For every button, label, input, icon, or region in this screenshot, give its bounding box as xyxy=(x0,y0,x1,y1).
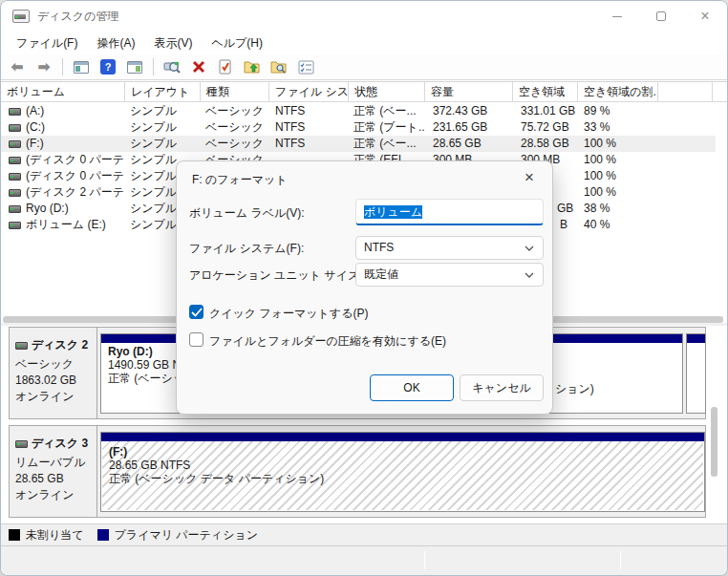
toolbar-separator xyxy=(62,58,63,75)
ok-button[interactable]: OK xyxy=(370,374,454,401)
file-system-dropdown[interactable]: NTFS xyxy=(355,236,544,260)
maximize-icon xyxy=(656,11,666,21)
column-header-capacity[interactable]: 容量 xyxy=(425,82,513,102)
primary-partition-bar xyxy=(687,334,705,343)
disk2-status: オンライン xyxy=(15,389,91,405)
status-bar-divider xyxy=(620,551,621,569)
disk-icon xyxy=(15,342,28,350)
quick-format-checkbox[interactable] xyxy=(189,305,203,319)
dialog-title: F: のフォーマット xyxy=(192,172,288,188)
unallocated-color-swatch xyxy=(9,529,20,541)
table-row-f-selected[interactable]: (F:) シンプル ベーシック NTFS 正常 (ベー... 28.65 GB … xyxy=(1,136,716,152)
show-action-pane-button[interactable] xyxy=(124,56,145,77)
disk3-info-panel[interactable]: ディスク 3 リムーバブル 28.65 GB オンライン xyxy=(10,426,97,517)
back-arrow-icon: ⬅ xyxy=(11,58,24,75)
status-bar xyxy=(1,545,727,575)
volume-label-label: ボリューム ラベル(V): xyxy=(189,205,305,222)
primary-partition-color-swatch xyxy=(97,529,109,541)
mark-active-button[interactable] xyxy=(215,56,236,77)
drive-icon xyxy=(9,124,21,132)
allocation-unit-dropdown[interactable]: 既定値 xyxy=(355,263,544,287)
close-button[interactable]: × xyxy=(683,1,727,32)
menu-action[interactable]: 操作(A) xyxy=(87,32,144,54)
disk3-size: 28.65 GB xyxy=(15,471,91,487)
chevron-down-icon xyxy=(525,245,534,251)
partition-title: (F:) xyxy=(109,445,324,459)
dialog-close-button[interactable]: × xyxy=(516,166,543,189)
partition-f-selected[interactable]: (F:) 28.65 GB NTFS 正常 (ベーシック データ パーティション… xyxy=(100,432,705,512)
action-pane-icon xyxy=(127,61,142,74)
vertical-scrollbar-thumb[interactable] xyxy=(711,407,717,477)
menu-view[interactable]: 表示(V) xyxy=(144,32,202,54)
mark-active-icon xyxy=(218,59,233,75)
column-header-volume[interactable]: ボリューム xyxy=(1,82,125,102)
back-button[interactable]: ⬅ xyxy=(7,56,28,77)
partition-status-tail: ション) xyxy=(555,381,594,397)
menu-help[interactable]: ヘルプ(H) xyxy=(202,32,272,54)
unallocated-label: 未割り当て xyxy=(26,527,84,544)
minimize-button[interactable] xyxy=(595,1,639,32)
partition-size-line: 28.65 GB NTFS xyxy=(109,459,324,472)
window-title: ディスクの管理 xyxy=(37,9,118,25)
disk3-row: ディスク 3 リムーバブル 28.65 GB オンライン (F:) 28.65 … xyxy=(9,425,706,518)
compression-label: ファイルとフォルダーの圧縮を有効にする(E) xyxy=(209,333,446,350)
explore-folder-icon xyxy=(270,59,288,75)
rescan-disks-button[interactable] xyxy=(161,56,182,77)
selected-input-text: ボリューム xyxy=(364,205,422,219)
properties-list-button[interactable] xyxy=(295,56,316,77)
column-header-free-pct[interactable]: 空き領域の割... xyxy=(578,82,658,102)
drive-icon xyxy=(9,222,21,229)
close-icon: × xyxy=(525,168,534,187)
disk2-name: ディスク 2 xyxy=(32,337,88,353)
menu-bar: ファイル(F) 操作(A) 表示(V) ヘルプ(H) xyxy=(1,32,727,54)
cancel-button[interactable]: キャンセル xyxy=(460,374,544,401)
compression-checkbox[interactable] xyxy=(189,332,203,347)
partition-small[interactable] xyxy=(686,333,706,414)
format-dialog: F: のフォーマット × ボリューム ラベル(V): ボリューム ファイル シス… xyxy=(176,160,553,415)
title-bar: ディスクの管理 × xyxy=(1,1,727,32)
close-icon: × xyxy=(700,9,709,24)
partition-status-line: 正常 (ベーシック データ パーティション) xyxy=(109,472,324,485)
volume-list-header: ボリューム レイアウト 種類 ファイル システム 状態 容量 空き領域 空き領域… xyxy=(1,82,728,102)
column-header-blank xyxy=(658,82,713,102)
table-row-a[interactable]: (A:) シンプル ベーシック NTFS 正常 (ベー... 372.43 GB… xyxy=(1,103,716,119)
check-icon xyxy=(191,308,203,317)
menu-file[interactable]: ファイル(F) xyxy=(7,32,87,54)
column-header-type[interactable]: 種類 xyxy=(201,82,269,102)
help-icon: ? xyxy=(100,59,116,75)
maximize-button[interactable] xyxy=(639,1,683,32)
explore-folder-button[interactable] xyxy=(268,56,289,77)
open-folder-button[interactable] xyxy=(242,56,263,77)
forward-button[interactable]: ➡ xyxy=(33,56,54,77)
open-folder-icon xyxy=(244,59,261,75)
rescan-disks-icon xyxy=(163,58,181,75)
drive-icon xyxy=(9,173,21,181)
delete-volume-icon xyxy=(191,59,206,75)
toolbar-separator xyxy=(153,58,154,75)
toolbar: ⬅ ➡ ? xyxy=(1,54,727,80)
delete-volume-button[interactable] xyxy=(188,56,209,77)
drive-icon xyxy=(9,205,21,213)
primary-partition-bar xyxy=(101,433,704,441)
column-header-status[interactable]: 状態 xyxy=(349,82,425,102)
disk2-size: 1863.02 GB xyxy=(15,373,91,389)
column-header-free[interactable]: 空き領域 xyxy=(513,82,578,102)
drive-icon xyxy=(9,108,21,116)
column-header-filesystem[interactable]: ファイル システム xyxy=(269,82,349,102)
disk-icon xyxy=(15,440,28,448)
drive-icon xyxy=(9,189,21,197)
help-button[interactable]: ? xyxy=(97,56,118,77)
column-header-layout[interactable]: レイアウト xyxy=(125,82,201,102)
quick-format-label: クイック フォーマットする(P) xyxy=(209,306,368,322)
file-system-label: ファイル システム(F): xyxy=(189,241,304,257)
status-bar-divider xyxy=(424,551,425,569)
minimize-icon xyxy=(612,16,622,17)
disk3-status: オンライン xyxy=(15,487,91,503)
app-icon xyxy=(12,10,30,23)
disk2-info-panel[interactable]: ディスク 2 ベーシック 1863.02 GB オンライン xyxy=(10,328,97,418)
volume-label-input[interactable]: ボリューム xyxy=(355,199,544,225)
disk2-kind: ベーシック xyxy=(15,356,91,373)
table-row-c[interactable]: (C:) シンプル ベーシック NTFS 正常 (ブート... 231.65 G… xyxy=(1,119,716,136)
console-tree-icon xyxy=(74,61,89,74)
show-console-tree-button[interactable] xyxy=(71,56,92,77)
